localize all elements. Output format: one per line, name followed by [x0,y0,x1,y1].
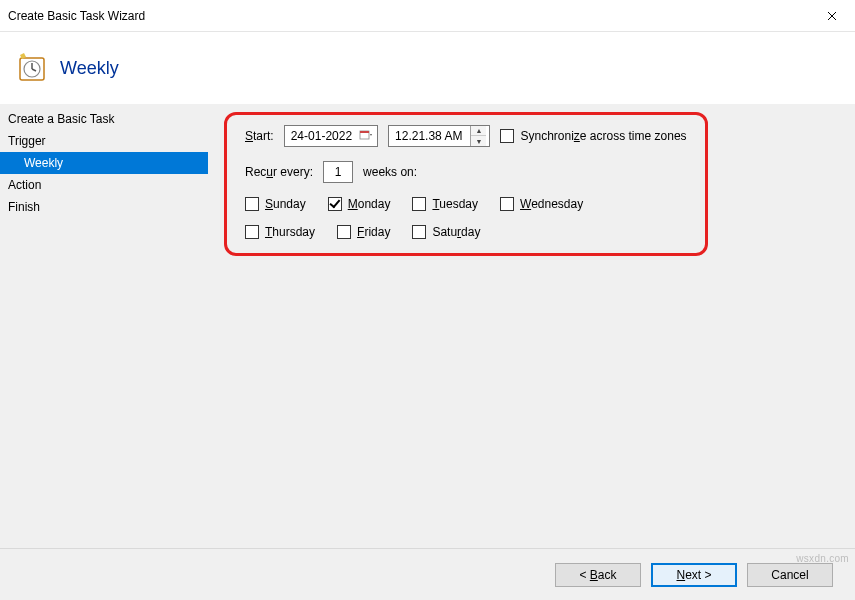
checkbox-box [328,197,342,211]
start-time-picker[interactable]: 12.21.38 AM ▲ ▼ [388,125,490,147]
sidebar-item-create-basic-task[interactable]: Create a Basic Task [0,108,208,130]
back-button[interactable]: < Back [555,563,641,587]
calendar-dropdown-icon[interactable] [358,128,374,144]
highlight-box: Start: 24-01-2022 12.21.38 AM ▲ ▼ [224,112,708,256]
next-button[interactable]: Next > [651,563,737,587]
checkbox-box [412,225,426,239]
sync-label: Synchronize across time zones [520,129,686,143]
day-wednesday-checkbox[interactable]: Wednesday [500,197,583,211]
recur-label: Recur every: [245,165,313,179]
time-spinner[interactable]: ▲ ▼ [470,126,486,146]
checkbox-box [412,197,426,211]
sidebar: Create a Basic Task Trigger Weekly Actio… [0,104,208,548]
wizard-clock-icon [16,52,48,84]
spin-up-icon[interactable]: ▲ [471,126,486,136]
day-sunday-checkbox[interactable]: Sunday [245,197,306,211]
checkbox-box [500,129,514,143]
start-row: Start: 24-01-2022 12.21.38 AM ▲ ▼ [245,125,687,147]
start-date-picker[interactable]: 24-01-2022 [284,125,378,147]
checkbox-box [337,225,351,239]
sidebar-item-finish[interactable]: Finish [0,196,208,218]
spin-down-icon[interactable]: ▼ [471,136,486,146]
sync-timezones-checkbox[interactable]: Synchronize across time zones [500,129,686,143]
checkbox-box [500,197,514,211]
close-button[interactable] [809,0,855,32]
days-grid: Sunday Monday Tuesday Wednesday Thursday [245,197,665,239]
footer: < Back Next > Cancel [0,548,855,600]
day-monday-checkbox[interactable]: Monday [328,197,391,211]
window-title: Create Basic Task Wizard [8,9,145,23]
page-title: Weekly [60,58,119,79]
close-icon [827,11,837,21]
watermark: wsxdn.com [796,553,849,564]
start-label: Start: [245,129,274,143]
sidebar-item-trigger[interactable]: Trigger [0,130,208,152]
sidebar-item-action[interactable]: Action [0,174,208,196]
recur-row: Recur every: 1 weeks on: [245,161,687,183]
svg-rect-5 [360,131,369,133]
titlebar: Create Basic Task Wizard [0,0,855,32]
sidebar-item-weekly[interactable]: Weekly [0,152,208,174]
day-tuesday-checkbox[interactable]: Tuesday [412,197,478,211]
checkbox-box [245,197,259,211]
body-area: Create a Basic Task Trigger Weekly Actio… [0,104,855,548]
start-time-value: 12.21.38 AM [395,129,462,143]
start-date-value: 24-01-2022 [291,129,352,143]
checkbox-box [245,225,259,239]
day-saturday-checkbox[interactable]: Saturday [412,225,480,239]
recur-weeks-input[interactable]: 1 [323,161,353,183]
recur-suffix-label: weeks on: [363,165,417,179]
content-pane: Start: 24-01-2022 12.21.38 AM ▲ ▼ [208,104,855,548]
cancel-button[interactable]: Cancel [747,563,833,587]
day-thursday-checkbox[interactable]: Thursday [245,225,315,239]
day-friday-checkbox[interactable]: Friday [337,225,390,239]
header-band: Weekly [0,32,855,104]
